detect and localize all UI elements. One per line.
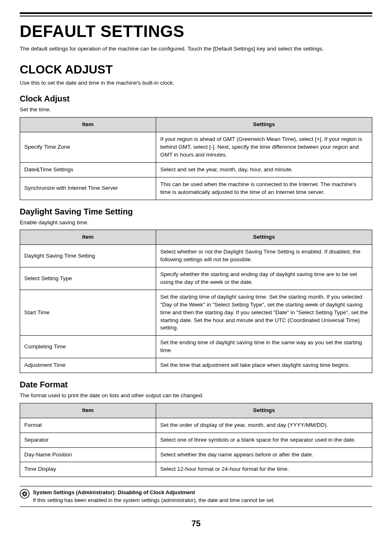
cell-settings: Specify whether the starting and ending … [156,267,372,290]
cell-item: Completing Time [20,336,156,358]
cell-item: Date&Time Settings [20,162,156,177]
table-header-settings: Settings [156,230,372,245]
page-intro: The default settings for operation of th… [20,45,372,53]
table-header-item: Item [20,117,156,132]
table-header-item: Item [20,230,156,245]
dateformat-heading: Date Format [20,379,372,390]
dateformat-caption: The format used to print the date on lis… [20,392,372,400]
section-clock-adjust-intro: Use this to set the date and time in the… [20,79,372,87]
table-header-item: Item [20,403,156,418]
note-title: System Settings (Administrator): Disabli… [33,489,195,495]
cell-settings: Set the ending time of daylight saving t… [156,336,372,358]
cell-item: Time Display [20,462,156,477]
cell-settings: Set the order of display of the year, mo… [156,418,372,433]
table-header-settings: Settings [156,117,372,132]
cell-settings: Select whether or not the Daylight Savin… [156,245,372,267]
top-rule [20,12,372,16]
daylight-table: Item Settings Daylight Saving Time Setti… [20,230,372,373]
cell-item: Start Time [20,290,156,335]
cell-settings: Select 12-hour format or 24-hour format … [156,462,372,477]
cell-settings: Set the time that adjustment will take p… [156,358,372,373]
table-row: Daylight Saving Time Setting Select whet… [20,245,372,267]
table-row: Time Display Select 12-hour format or 24… [20,462,372,477]
note-body: If this setting has been enabled in the … [33,497,275,503]
page-number: 75 [20,518,372,529]
svg-line-5 [23,492,24,493]
cell-settings: This can be used when the machine is con… [156,177,372,200]
table-row: Date&Time Settings Select and set the ye… [20,162,372,177]
daylight-heading: Daylight Saving Time Setting [20,206,372,217]
dateformat-table: Item Settings Format Set the order of di… [20,403,372,477]
section-clock-adjust-title: CLOCK ADJUST [20,61,372,78]
cell-item: Select Setting Type [20,267,156,290]
cell-item: Specify Time Zone [20,132,156,163]
svg-point-0 [20,489,29,498]
table-row: Adjustment Time Set the time that adjust… [20,358,372,373]
daylight-caption: Enable daylight saving time. [20,219,372,227]
note-text: System Settings (Administrator): Disabli… [33,489,275,504]
table-row: Select Setting Type Specify whether the … [20,267,372,290]
cell-settings: Select and set the year, month, day, hou… [156,162,372,177]
svg-line-8 [23,495,24,496]
clock-adjust-heading: Clock Adjust [20,93,372,104]
table-row: Separator Select one of three symbols or… [20,433,372,447]
table-row: Start Time Set the starting time of dayl… [20,290,372,335]
svg-line-6 [26,495,27,496]
clock-adjust-table: Item Settings Specify Time Zone If your … [20,117,372,200]
cell-settings: Select one of three symbols or a blank s… [156,433,372,447]
table-row: Specify Time Zone If your region is ahea… [20,132,372,163]
svg-line-7 [26,492,27,493]
page-title: DEFAULT SETTINGS [20,20,372,43]
table-header-settings: Settings [156,403,372,418]
note-box: System Settings (Administrator): Disabli… [20,486,372,507]
table-row: Format Set the order of display of the y… [20,418,372,433]
settings-gear-icon [20,489,30,499]
cell-settings: If your region is ahead of GMT (Greenwic… [156,132,372,163]
table-row: Day-Name Position Select whether the day… [20,447,372,462]
table-row: Completing Time Set the ending time of d… [20,336,372,358]
cell-item: Format [20,418,156,433]
cell-item: Daylight Saving Time Setting [20,245,156,267]
cell-settings: Select whether the day name appears befo… [156,447,372,462]
table-row: Synchronize with Internet Time Server Th… [20,177,372,200]
cell-item: Synchronize with Internet Time Server [20,177,156,200]
cell-item: Adjustment Time [20,358,156,373]
cell-item: Separator [20,433,156,447]
clock-adjust-caption: Set the time. [20,106,372,114]
cell-settings: Set the starting time of daylight saving… [156,290,372,335]
cell-item: Day-Name Position [20,447,156,462]
